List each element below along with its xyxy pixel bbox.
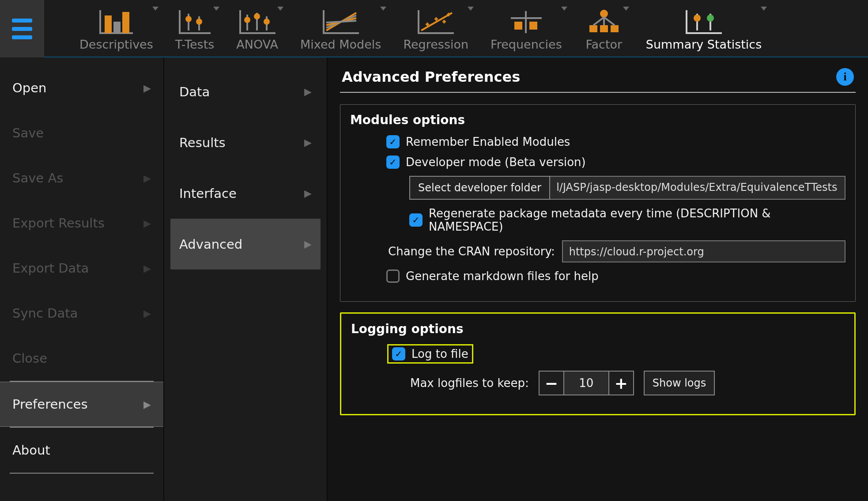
svg-rect-33 xyxy=(611,25,619,32)
max-logfiles-label: Max logfiles to keep: xyxy=(410,376,529,390)
developer-mode-checkbox[interactable]: ✓ xyxy=(386,156,400,169)
info-button[interactable]: i xyxy=(836,68,854,86)
svg-line-36 xyxy=(604,17,615,25)
summary-stats-icon xyxy=(684,3,724,35)
top-ribbon: Descriptives T-Tests ANOVA Mixed Models xyxy=(0,0,868,57)
ribbon-items: Descriptives T-Tests ANOVA Mixed Models xyxy=(44,0,868,57)
ribbon-frequencies[interactable]: Frequencies xyxy=(482,3,571,54)
select-folder-row: Select developer folder l/JASP/jasp-desk… xyxy=(350,176,845,200)
prefs-item-data[interactable]: Data ▶ xyxy=(170,66,321,117)
main-header: Advanced Preferences i xyxy=(340,65,856,92)
ribbon-label: Regression xyxy=(403,38,468,51)
ribbon-label: Descriptives xyxy=(79,38,153,51)
svg-rect-28 xyxy=(514,22,522,30)
svg-point-30 xyxy=(600,10,608,18)
svg-rect-31 xyxy=(589,25,597,32)
chevron-right-icon: ▶ xyxy=(143,308,151,319)
remember-modules-checkbox[interactable]: ✓ xyxy=(386,135,400,148)
svg-point-40 xyxy=(707,15,714,22)
stepper-plus-button[interactable]: + xyxy=(608,371,634,395)
svg-point-10 xyxy=(244,17,250,23)
ribbon-anova[interactable]: ANOVA xyxy=(227,3,287,54)
ribbon-regression[interactable]: Regression xyxy=(394,3,477,54)
ribbon-label: Frequencies xyxy=(491,38,562,51)
regenerate-row: ✓ Regenerate package metadata every time… xyxy=(350,207,845,233)
factor-icon xyxy=(584,3,624,35)
show-logs-button[interactable]: Show logs xyxy=(644,371,715,395)
svg-rect-32 xyxy=(600,25,608,32)
chevron-down-icon xyxy=(152,7,159,11)
chevron-right-icon: ▶ xyxy=(304,239,312,250)
separator xyxy=(340,92,856,93)
bar-chart-icon xyxy=(98,3,135,35)
file-item-sync-data: Sync Data ▶ xyxy=(0,291,163,336)
file-item-preferences[interactable]: Preferences ▶ xyxy=(0,382,163,427)
ribbon-mixed[interactable]: Mixed Models xyxy=(291,3,390,54)
checkbox-label: Regenerate package metadata every time (… xyxy=(429,207,845,233)
prefs-item-label: Results xyxy=(179,135,226,150)
file-item-label: Close xyxy=(12,351,47,366)
svg-rect-1 xyxy=(113,22,121,33)
svg-line-17 xyxy=(421,13,452,30)
chevron-down-icon xyxy=(277,7,283,11)
developer-folder-field[interactable]: l/JASP/jasp-desktop/Modules/Extra/Equiva… xyxy=(550,176,845,200)
svg-line-16 xyxy=(326,21,356,23)
log-to-file-highlight: ✓ Log to file xyxy=(387,344,473,364)
prefs-item-results[interactable]: Results ▶ xyxy=(170,117,321,168)
regression-icon xyxy=(416,3,456,35)
hamburger-button[interactable] xyxy=(0,0,44,57)
prefs-item-advanced[interactable]: Advanced ▶ xyxy=(170,219,321,269)
prefs-item-interface[interactable]: Interface ▶ xyxy=(170,168,321,219)
check-icon: ✓ xyxy=(389,157,397,167)
file-item-label: Export Results xyxy=(12,216,105,231)
ribbon-label: T-Tests xyxy=(175,38,215,51)
file-item-save-as: Save As ▶ xyxy=(0,156,163,201)
logging-options-group: Logging options ✓ Log to file Max logfil… xyxy=(340,312,856,415)
generate-markdown-checkbox[interactable] xyxy=(386,269,400,283)
check-icon: ✓ xyxy=(395,349,403,359)
ribbon-summary-statistics[interactable]: Summary Statistics xyxy=(637,3,771,54)
svg-point-6 xyxy=(196,19,202,25)
file-item-label: Open xyxy=(12,80,46,95)
chevron-down-icon xyxy=(468,7,474,11)
chevron-right-icon: ▶ xyxy=(143,263,151,274)
cran-label: Change the CRAN repository: xyxy=(388,245,555,258)
file-item-export-results: Export Results ▶ xyxy=(0,201,163,246)
cran-repo-field[interactable]: https://cloud.r-project.org xyxy=(562,240,845,262)
stepper-minus-button[interactable]: − xyxy=(539,371,564,395)
ttest-icon xyxy=(177,3,212,35)
ribbon-factor[interactable]: Factor xyxy=(575,3,633,54)
file-item-label: Sync Data xyxy=(12,306,78,321)
file-item-label: About xyxy=(12,443,50,458)
chevron-right-icon: ▶ xyxy=(143,399,151,410)
log-to-file-checkbox[interactable]: ✓ xyxy=(392,347,405,361)
stepper-value[interactable]: 10 xyxy=(564,371,608,395)
prefs-item-label: Interface xyxy=(179,186,237,201)
anova-icon xyxy=(238,3,277,35)
mixed-models-icon xyxy=(321,3,361,35)
body-panes: Open ▶ Save Save As ▶ Export Results ▶ E… xyxy=(0,57,868,501)
check-icon: ✓ xyxy=(389,137,397,147)
select-developer-folder-button[interactable]: Select developer folder xyxy=(409,176,550,200)
chevron-down-icon xyxy=(761,7,767,11)
modules-options-group: Modules options ✓ Remember Enabled Modul… xyxy=(340,104,856,302)
ribbon-descriptives[interactable]: Descriptives xyxy=(71,3,162,54)
file-item-label: Save xyxy=(12,125,44,140)
plus-icon: + xyxy=(615,374,628,392)
file-item-close: Close xyxy=(0,336,163,381)
developer-mode-row: ✓ Developer mode (Beta version) xyxy=(350,156,845,169)
svg-point-5 xyxy=(185,16,192,22)
checkbox-label: Remember Enabled Modules xyxy=(406,135,570,148)
file-item-about[interactable]: About xyxy=(0,428,163,473)
chevron-right-icon: ▶ xyxy=(304,137,312,148)
group-title: Modules options xyxy=(350,113,845,127)
page-title: Advanced Preferences xyxy=(342,68,520,85)
frequencies-icon xyxy=(508,3,544,35)
ribbon-label: Mixed Models xyxy=(300,38,381,51)
checkbox-label: Generate markdown files for help xyxy=(406,269,599,283)
regenerate-metadata-checkbox[interactable]: ✓ xyxy=(409,213,423,227)
svg-point-12 xyxy=(264,19,270,25)
file-item-label: Export Data xyxy=(12,261,89,276)
file-item-open[interactable]: Open ▶ xyxy=(0,65,163,110)
ribbon-ttests[interactable]: T-Tests xyxy=(166,3,223,54)
